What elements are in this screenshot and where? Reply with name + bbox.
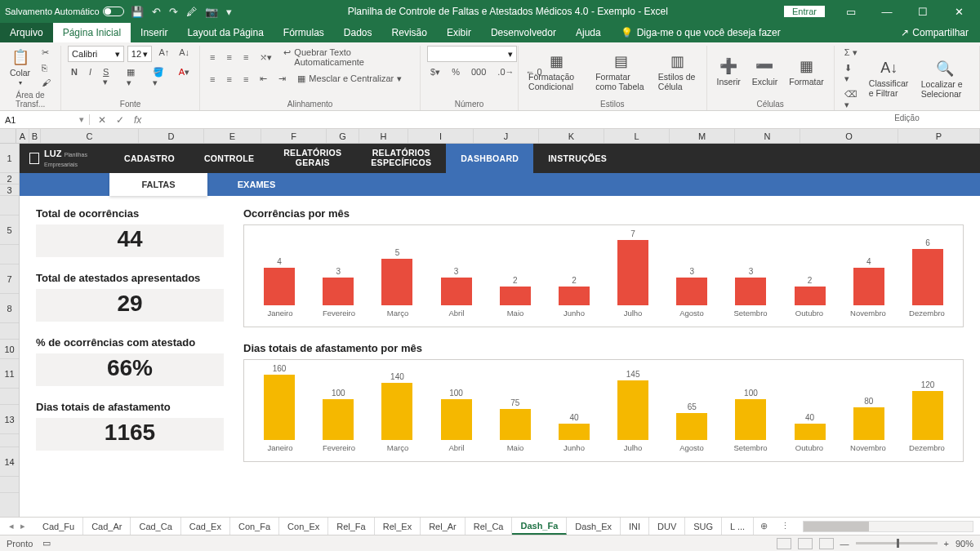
tell-me[interactable]: 💡Diga-me o que você deseja fazer — [611, 23, 791, 42]
sheet-tab-Dash_Fa[interactable]: Dash_Fa — [512, 518, 567, 535]
subtab-exames[interactable]: EXAMES — [207, 173, 305, 196]
nav-controle[interactable]: CONTROLE — [189, 144, 269, 173]
cut-icon[interactable]: ✂ — [38, 46, 54, 60]
decrease-indent-icon[interactable]: ⇤ — [256, 72, 270, 86]
col-E[interactable]: E — [204, 129, 261, 143]
clear-icon[interactable]: ⌫ ▾ — [841, 87, 861, 112]
sheet-tab-Dash_Ex[interactable]: Dash_Ex — [567, 518, 621, 535]
redo-icon[interactable]: ↷ — [169, 6, 178, 18]
align-bottom-icon[interactable]: ≡ — [240, 51, 252, 64]
paste-button[interactable]: 📋Colar▾ — [7, 48, 33, 87]
col-I[interactable]: I — [408, 129, 474, 143]
select-all-triangle[interactable] — [0, 129, 16, 143]
italic-icon[interactable]: I — [86, 65, 95, 90]
sheet-tab-INI[interactable]: INI — [621, 518, 649, 535]
col-G[interactable]: G — [327, 129, 359, 143]
zoom-out-icon[interactable]: — — [840, 539, 849, 549]
font-color-icon[interactable]: A▾ — [176, 65, 193, 90]
format-table-button[interactable]: ▤Formatar como Tabela — [592, 52, 650, 91]
percent-icon[interactable]: % — [448, 65, 463, 79]
align-middle-icon[interactable]: ≡ — [224, 51, 235, 64]
normal-view-icon[interactable] — [777, 538, 791, 549]
signin-button[interactable]: Entrar — [784, 6, 825, 17]
autosave-toggle[interactable]: Salvamento Automático — [5, 7, 124, 16]
save-icon[interactable]: 💾 — [131, 6, 144, 18]
page-layout-view-icon[interactable] — [798, 538, 813, 549]
number-format-select[interactable]: ▾ — [427, 46, 517, 62]
increase-decimal-icon[interactable]: .0→ — [494, 65, 517, 79]
col-M[interactable]: M — [670, 129, 735, 143]
sheet-tab-Cad_Ca[interactable]: Cad_Ca — [131, 518, 180, 535]
tab-pagina-inicial[interactable]: Página Inicial — [53, 23, 131, 42]
page-break-view-icon[interactable] — [819, 538, 834, 549]
sheet-tab-Cad_Ex[interactable]: Cad_Ex — [181, 518, 230, 535]
nav-cadastro[interactable]: CADASTRO — [109, 144, 189, 173]
decrease-font-icon[interactable]: A↓ — [176, 46, 193, 62]
col-F[interactable]: F — [261, 129, 327, 143]
currency-icon[interactable]: $▾ — [427, 65, 443, 79]
autosum-icon[interactable]: Σ ▾ — [841, 46, 861, 60]
close-icon[interactable]: ✕ — [942, 6, 975, 18]
delete-cells-button[interactable]: ➖Excluir — [749, 57, 782, 87]
align-right-icon[interactable]: ≡ — [240, 73, 252, 86]
fx-icon[interactable]: fx — [134, 114, 141, 126]
name-box[interactable]: A1▾ — [0, 114, 90, 125]
nav-relatorios-especificos[interactable]: RELATÓRIOSESPECÍFICOS — [356, 144, 446, 173]
maximize-icon[interactable]: ☐ — [906, 6, 939, 18]
tab-desenvolvedor[interactable]: Desenvolvedor — [481, 23, 566, 42]
share-button[interactable]: ↗Compartilhar — [889, 27, 980, 38]
sheet-tab-Con_Ex[interactable]: Con_Ex — [279, 518, 328, 535]
sheet-tab-Rel_Ar[interactable]: Rel_Ar — [421, 518, 466, 535]
insert-cells-button[interactable]: ➕Inserir — [714, 57, 744, 87]
zoom-slider[interactable] — [856, 542, 938, 544]
tab-inserir[interactable]: Inserir — [131, 23, 177, 42]
format-cells-button[interactable]: ▦Formatar — [786, 57, 827, 87]
font-size-select[interactable]: 12▾ — [127, 46, 153, 62]
col-P[interactable]: P — [898, 129, 980, 143]
find-select-button[interactable]: 🔍Localizar e Selecionar — [918, 60, 973, 99]
sheet-tab-Rel_Ex[interactable]: Rel_Ex — [375, 518, 421, 535]
col-C[interactable]: C — [41, 129, 139, 143]
tab-scroll-first-icon[interactable]: ◂ — [7, 521, 16, 531]
tab-formulas[interactable]: Fórmulas — [274, 23, 334, 42]
wrap-text-button[interactable]: ↩Quebrar Texto Automaticamente — [280, 46, 413, 69]
col-A[interactable]: A — [16, 129, 29, 143]
qat-dropdown-icon[interactable]: ▾ — [226, 6, 232, 18]
bold-icon[interactable]: N — [68, 65, 81, 90]
sheet-tab-Cad_Fu[interactable]: Cad_Fu — [34, 518, 83, 535]
undo-icon[interactable]: ↶ — [152, 6, 161, 18]
camera-icon[interactable]: 📷 — [205, 6, 218, 18]
ribbon-options-icon[interactable]: ▭ — [835, 6, 867, 18]
col-L[interactable]: L — [604, 129, 670, 143]
increase-font-icon[interactable]: A↑ — [155, 46, 172, 62]
fill-icon[interactable]: ⬇ ▾ — [841, 61, 861, 86]
tab-layout[interactable]: Layout da Página — [177, 23, 273, 42]
cancel-fx-icon[interactable]: ✕ — [98, 114, 106, 126]
touch-mode-icon[interactable]: 🖉 — [186, 6, 197, 18]
merge-button[interactable]: ▦Mesclar e Centralizar ▾ — [294, 72, 405, 86]
sheet-tab-DUV[interactable]: DUV — [649, 518, 685, 535]
sheet-tab-Rel_Fa[interactable]: Rel_Fa — [328, 518, 374, 535]
sheet-tab-SUG[interactable]: SUG — [685, 518, 722, 535]
new-sheet-button[interactable]: ⊕ — [754, 521, 774, 531]
tab-ajuda[interactable]: Ajuda — [566, 23, 611, 42]
sort-filter-button[interactable]: A↓Classificar e Filtrar — [866, 60, 913, 98]
subtab-faltas[interactable]: FALTAS — [109, 173, 207, 196]
sheet-tab-Con_Fa[interactable]: Con_Fa — [230, 518, 279, 535]
thousands-icon[interactable]: 000 — [468, 65, 489, 79]
tab-dados[interactable]: Dados — [334, 23, 382, 42]
conditional-format-button[interactable]: ▦Formatação Condicional — [525, 52, 587, 91]
increase-indent-icon[interactable]: ⇥ — [275, 72, 289, 86]
font-name-select[interactable]: Calibri▾ — [68, 46, 124, 62]
align-center-icon[interactable]: ≡ — [224, 73, 235, 86]
sheet-tab-L  ...[interactable]: L ... — [722, 518, 754, 535]
col-O[interactable]: O — [800, 129, 898, 143]
orientation-icon[interactable]: ⤯▾ — [256, 51, 275, 64]
fill-color-icon[interactable]: 🪣▾ — [149, 65, 171, 90]
horizontal-scrollbar[interactable] — [803, 521, 973, 532]
nav-relatorios-gerais[interactable]: RELATÓRIOSGERAIS — [269, 144, 356, 173]
sheet-tab-Rel_Ca[interactable]: Rel_Ca — [466, 518, 513, 535]
col-K[interactable]: K — [539, 129, 604, 143]
tab-scroll-next-icon[interactable]: ▸ — [18, 521, 28, 531]
col-B[interactable]: B — [29, 129, 41, 143]
